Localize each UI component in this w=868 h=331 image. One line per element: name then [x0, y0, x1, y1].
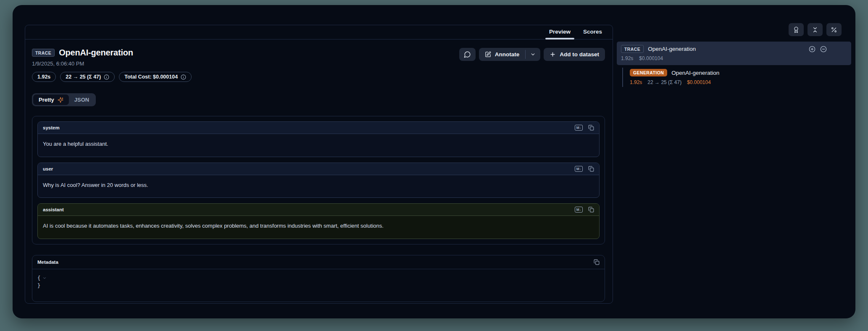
comment-icon: [464, 51, 471, 58]
metadata-title: Metadata: [37, 260, 58, 265]
generation-type-badge: GENERATION: [630, 69, 667, 76]
message-header-icons: M↓: [575, 166, 594, 172]
collapse-all-icon[interactable]: [820, 46, 827, 53]
message-card-assistant: assistant M↓ AI is cool because it autom…: [37, 203, 600, 239]
tree-generation-cost: $0.000104: [687, 79, 711, 85]
trace-detail-panel: Preview Scores TRACE OpenAI-generation 1…: [25, 25, 613, 304]
collapse-chevron-icon[interactable]: [42, 276, 47, 280]
observation-tree: TRACE OpenAI-generation 1.92s $0.000104: [617, 42, 851, 85]
sparkles-icon: [58, 97, 63, 103]
toggle-pretty-label: Pretty: [39, 97, 54, 103]
tree-node-trace[interactable]: TRACE OpenAI-generation 1.92s $0.000104: [617, 42, 851, 65]
tab-preview[interactable]: Preview: [549, 25, 571, 39]
io-view-toggle-row: Pretty JSON: [32, 93, 605, 106]
chevrons-collapse-icon: [812, 26, 818, 33]
plus-icon: [550, 51, 556, 58]
edit-pencil-icon: [485, 51, 491, 58]
add-to-dataset-label: Add to dataset: [560, 51, 599, 58]
message-card-user: user M↓ Why is AI cool? Answer in 20 wor…: [37, 163, 600, 198]
metadata-card: Metadata { }: [32, 255, 605, 302]
metadata-json-viewer: { }: [32, 269, 605, 302]
tree-trace-latency: 1.92s: [621, 55, 633, 61]
markdown-toggle-icon[interactable]: M↓: [575, 125, 583, 131]
metadata-header: Metadata: [32, 255, 605, 269]
tree-trace-cost: $0.000104: [639, 55, 663, 61]
token-usage-badge[interactable]: 22 → 25 (Σ 47): [60, 72, 115, 82]
add-to-dataset-button[interactable]: Add to dataset: [544, 48, 605, 61]
tree-node-generation[interactable]: GENERATION OpenAI-generation 1.92s 22 → …: [617, 69, 851, 85]
token-usage-label: 22 → 25 (Σ 47): [66, 74, 101, 80]
json-close-brace: }: [37, 282, 40, 290]
tab-scores-label: Scores: [583, 29, 602, 35]
award-icon: [793, 26, 800, 33]
copy-icon[interactable]: [594, 259, 600, 265]
trace-timestamp: 1/9/2025, 6:06:40 PM: [32, 60, 133, 67]
io-messages-container: system M↓ You are a helpful assistant. u…: [32, 116, 605, 244]
json-open-brace: {: [37, 274, 40, 282]
tree-node-title: OpenAI-generation: [671, 70, 719, 76]
message-header: assistant M↓: [38, 204, 599, 216]
trace-header-row: TRACE OpenAI-generation 1/9/2025, 6:06:4…: [32, 48, 605, 67]
info-icon: [104, 74, 109, 80]
trace-type-badge: TRACE: [621, 45, 644, 53]
total-cost-label: Total Cost: $0.000104: [124, 74, 178, 80]
info-icon: [181, 74, 186, 80]
percent-icon: [831, 26, 837, 33]
scores-award-button[interactable]: [789, 23, 804, 36]
trace-metrics-row: 1.92s 22 → 25 (Σ 47) Total Cost: $0.0001…: [32, 72, 605, 82]
trace-actions: Annotate Add to dataset: [459, 48, 605, 61]
total-cost-badge[interactable]: Total Cost: $0.000104: [119, 72, 192, 82]
preview-scores-tabstrip: Preview Scores: [25, 25, 613, 39]
expand-all-icon[interactable]: [809, 46, 815, 53]
message-content: AI is cool because it automates tasks, e…: [38, 216, 599, 239]
page-title: OpenAI-generation: [59, 48, 133, 58]
message-role-label: system: [43, 125, 60, 130]
tree-expand-controls: [809, 46, 827, 53]
message-header-icons: M↓: [575, 125, 594, 131]
annotate-dropdown-button[interactable]: [526, 48, 540, 61]
message-header: system M↓: [38, 122, 599, 134]
chevron-down-icon: [530, 52, 536, 57]
latency-badge: 1.92s: [32, 72, 56, 82]
message-role-label: assistant: [43, 207, 64, 212]
copy-icon[interactable]: [588, 207, 594, 213]
percent-metrics-button[interactable]: [826, 23, 842, 36]
message-content: You are a helpful assistant.: [38, 134, 599, 157]
io-view-toggle: Pretty JSON: [32, 93, 96, 106]
tab-preview-label: Preview: [549, 29, 571, 35]
toggle-json-label: JSON: [74, 97, 89, 103]
message-header: user M↓: [38, 163, 599, 175]
markdown-toggle-icon[interactable]: M↓: [575, 166, 583, 172]
collapse-panel-button[interactable]: [808, 23, 823, 36]
trace-detail-content: TRACE OpenAI-generation 1/9/2025, 6:06:4…: [25, 39, 613, 303]
tree-generation-latency: 1.92s: [630, 79, 642, 85]
message-role-label: user: [43, 166, 53, 171]
copy-icon[interactable]: [588, 125, 594, 131]
copy-icon[interactable]: [588, 166, 594, 172]
annotate-split-button: Annotate: [479, 48, 541, 61]
annotate-button-label: Annotate: [495, 51, 520, 58]
app-window: Preview Scores TRACE OpenAI-generation 1…: [13, 5, 855, 318]
tree-indent-line: [622, 68, 623, 87]
markdown-toggle-icon[interactable]: M↓: [575, 207, 583, 213]
latency-badge-label: 1.92s: [37, 74, 50, 80]
desktop-background: { "tabs": [ { "label": "Preview", "activ…: [0, 0, 868, 331]
message-header-icons: M↓: [575, 207, 594, 213]
comments-button[interactable]: [459, 48, 476, 61]
toggle-pretty[interactable]: Pretty: [33, 95, 69, 105]
tree-node-title: OpenAI-generation: [648, 46, 696, 52]
toggle-json[interactable]: JSON: [69, 95, 95, 105]
message-content: Why is AI cool? Answer in 20 words or le…: [38, 175, 599, 198]
tab-scores[interactable]: Scores: [583, 25, 602, 39]
panel-action-buttons: [789, 23, 842, 36]
trace-type-badge: TRACE: [32, 49, 55, 57]
annotate-button[interactable]: Annotate: [479, 48, 526, 61]
trace-identity: TRACE OpenAI-generation 1/9/2025, 6:06:4…: [32, 48, 133, 67]
message-card-system: system M↓ You are a helpful assistant.: [37, 121, 600, 157]
active-tab-underline: [545, 38, 574, 39]
tree-generation-tokens: 22 → 25 (Σ 47): [647, 79, 681, 85]
